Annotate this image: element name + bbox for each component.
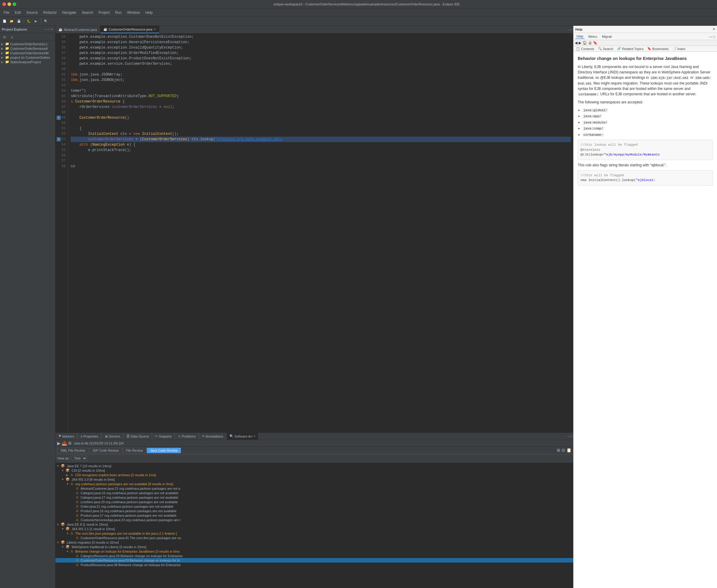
node-jaxrs20[interactable]: ▼ 📦 JAX-RS 2.0 [8 results in 0ms] (56, 477, 573, 482)
tab-close-button[interactable]: ✕ (154, 27, 156, 31)
open-button[interactable]: 📂 (8, 18, 15, 25)
new-button[interactable]: 📄 (1, 18, 8, 25)
tab-software-an[interactable]: 🔍 Software An ✕ (226, 433, 259, 440)
node-jaxrs21[interactable]: ▼ 📦 JAX-RS 2.1 [1 result in 10ms] (56, 527, 573, 531)
node-order-java[interactable]: ⚠ Order.java:21 org.codehaus.jackson pac… (56, 504, 573, 509)
minimize-button[interactable] (7, 2, 11, 6)
node-customer-services-app[interactable]: ⚠ CustomerServicesApp.java:23 org.codeha… (56, 518, 573, 522)
menu-edit[interactable]: Edit (12, 10, 23, 15)
help-tab-welcome[interactable]: Welco (587, 35, 599, 39)
bookmark-icon[interactable]: 🔖 (593, 41, 598, 45)
window-controls[interactable] (2, 2, 16, 6)
menu-project[interactable]: Project (96, 10, 112, 15)
tab-customer-order-resource[interactable]: ☕ CustomerOrderResource.java ✕ (100, 26, 159, 33)
nav-tab-related-topics[interactable]: 🔗 Related Topics (617, 47, 644, 51)
tab-markers[interactable]: ⚑ Markers (56, 433, 78, 440)
tab-properties[interactable]: ≡ Properties (78, 433, 102, 440)
menu-navigate[interactable]: Navigate (60, 10, 79, 15)
debug-button[interactable]: 🐛 (25, 18, 32, 25)
menu-file[interactable]: File (1, 10, 12, 15)
print-icon[interactable]: 🖨 (588, 41, 592, 45)
menu-window[interactable]: Window (125, 10, 142, 15)
node-category-resource-29[interactable]: ⚠ CategoryResource.java:29 Behavior chan… (56, 553, 573, 558)
nav-tab-bookmarks[interactable]: 🔖 Bookmarks (647, 47, 669, 51)
maximize-editor-button[interactable]: □ (570, 28, 572, 31)
warning-icon: ⚠ (76, 518, 79, 522)
node-customer-order-resource-53[interactable]: ⚠ CustomerOrderResource.java:53 Behavior… (56, 558, 573, 563)
view-as-select[interactable]: Tree Flat (71, 456, 87, 461)
run-button[interactable]: ▶ (32, 18, 39, 25)
tree-item-customer-order-services-a[interactable]: ▶ 📁 CustomerOrderServicesA (0, 46, 55, 51)
tab-data-source[interactable]: 🗄 Data Source (124, 433, 152, 440)
save-button[interactable]: 💾 (16, 18, 22, 25)
menu-search[interactable]: Search (79, 10, 95, 15)
help-tab-migration[interactable]: Migrati (601, 35, 613, 39)
expand-all-button[interactable]: ⊞ (557, 448, 560, 453)
nav-tab-search[interactable]: 🔍 Search (598, 47, 613, 51)
tree-item-static-analysis[interactable]: ▶ 📁 StaticAnalysisProject (0, 60, 55, 64)
node-cdi-implicit[interactable]: ▶ ⚠ CDI recognizes implicit bean archive… (56, 472, 573, 477)
search-button[interactable]: 🔍 (43, 18, 49, 25)
back-icon[interactable]: ◀ (575, 41, 578, 45)
filter-button[interactable]: ⊿ (8, 34, 15, 40)
menu-refactor[interactable]: Refactor (41, 10, 59, 15)
tab-annotations[interactable]: ✏ Annotations (199, 433, 226, 440)
node-ejb-lookup-issue[interactable]: ▼ ⚠ Behavior change on lookups for Enter… (56, 549, 573, 553)
node-product-java-17[interactable]: ⚠ Product.java:17 org.codehaus.jackson p… (56, 513, 573, 518)
menu-help[interactable]: Help (143, 10, 155, 15)
node-websphere-to-liberty[interactable]: ▼ 📦 WebSphere traditional to Liberty [3 … (56, 545, 573, 549)
maximize-bottom-button[interactable]: □ (570, 435, 572, 438)
node-ibm-json-unavailable[interactable]: ▼ ⚠ The com.ibm.json packages are not av… (56, 531, 573, 536)
menu-run[interactable]: Run (113, 10, 124, 15)
node-category-java-17[interactable]: ⚠ Category.java:17 org.codehaus.jackson … (56, 495, 573, 500)
tab-abstract-customer[interactable]: ☕ AbstractCustomer.java (56, 26, 100, 33)
tab-snippets[interactable]: ✂ Snippets (152, 433, 175, 440)
node-product-java-16[interactable]: ⚠ Product.java:16 org.codehaus.jackson p… (56, 509, 573, 513)
minimize-help-button[interactable]: — (709, 35, 712, 38)
tab-close-software-an-button[interactable]: ✕ (253, 435, 256, 438)
analysis-settings-icon[interactable]: ⚙ (68, 441, 72, 446)
minimize-bottom-button[interactable]: — (567, 435, 570, 438)
forward-icon[interactable]: ▶ (579, 41, 581, 45)
node-product-resource-38[interactable]: ⚠ ProductResource.java:38 Behavior chang… (56, 563, 573, 567)
help-close-button[interactable]: ✕ (713, 27, 715, 31)
nav-tab-index[interactable]: 📑 Index (672, 47, 686, 51)
subtab-file-review[interactable]: File Review (123, 448, 147, 453)
node-abstract-customer-file[interactable]: ⚠ AbstractCustomer.java:21 org.codehaus.… (56, 486, 573, 490)
node-cdi[interactable]: ▼ 📦 CDI [2 results in 10ms] (56, 468, 573, 472)
expand-icon: ▶ (66, 474, 70, 477)
close-button[interactable] (2, 2, 6, 6)
minimize-panel-button[interactable]: — (44, 27, 47, 31)
code-content[interactable]: pwte.example.exception.CustomerDoesNotEx… (68, 34, 573, 432)
node-java-ee8[interactable]: ▼ 📦 Java EE 8 [1 result in 19ms] (56, 522, 573, 527)
node-customer-order-resource-41[interactable]: ⚠ CustomerOrderResource.java:41 The com.… (56, 536, 573, 540)
close-panel-button[interactable]: ✕ (51, 27, 53, 31)
node-liberty-migration[interactable]: ▼ 📦 Liberty migration [3 results in 32ms… (56, 540, 573, 545)
nav-tab-contents[interactable]: 📋 Contents (576, 47, 594, 51)
export-results-button[interactable]: 📋 (566, 448, 571, 453)
minimize-editor-button[interactable]: — (567, 28, 570, 31)
maximize-help-button[interactable]: □ (713, 35, 715, 38)
node-category-java-16[interactable]: ⚠ Category.java:16 org.codehaus.jackson … (56, 490, 573, 495)
tree-item-customer-order-services-w[interactable]: ▶ 📁 CustomerOrderServicesW (0, 51, 55, 55)
analysis-run-icon[interactable]: ▶ (57, 441, 61, 446)
help-tab-help[interactable]: Help (575, 34, 585, 39)
subtab-jsp-code-review[interactable]: JSP Code Review (89, 448, 122, 453)
tree-item-project[interactable]: ▶ 📁 project (in CustomerOrders (0, 55, 55, 60)
collapse-all-button[interactable]: ⊟ (1, 34, 8, 40)
analysis-export-icon[interactable]: 📤 (62, 441, 67, 446)
tab-problems[interactable]: ⚠ Problems (175, 433, 199, 440)
maximize-button[interactable] (13, 2, 16, 6)
node-java-ee7[interactable]: ▼ 📦 Java EE 7 [10 results in 14ms] (56, 464, 573, 468)
code-editor[interactable]: 3435363738 3940414243 4445464748 i49 505… (56, 34, 573, 432)
tab-servers[interactable]: 🖥 Servers (102, 433, 124, 440)
subtab-java-code-review[interactable]: Java Code Review (147, 448, 181, 453)
tree-item-customer-order-services[interactable]: ▶ 📁 CustomerOrderServices [ (0, 42, 55, 46)
home-icon[interactable]: 🏠 (583, 41, 587, 45)
node-jackson-packages[interactable]: ▼ ⚠ org.codehaus.jackson packages are no… (56, 482, 573, 486)
menu-source[interactable]: Source (24, 10, 40, 15)
node-lineitem-java[interactable]: ⚠ LineItem.java:19 org.codehaus.jackson … (56, 500, 573, 504)
maximize-panel-button[interactable]: □ (48, 27, 50, 31)
collapse-all-button[interactable]: ⊟ (562, 448, 565, 453)
subtab-xml-file-review[interactable]: XML File Review (57, 448, 88, 453)
